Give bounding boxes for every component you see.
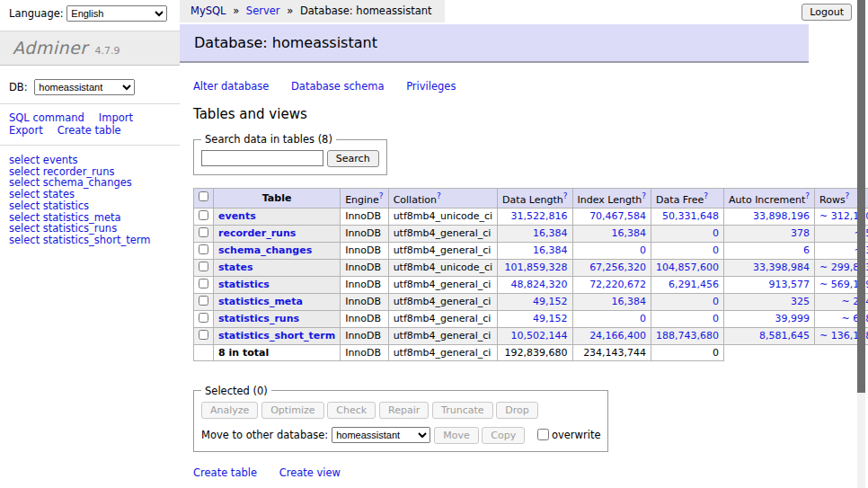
scrollbar-thumb[interactable] <box>857 0 865 393</box>
logout-button[interactable]: Logout <box>802 4 852 21</box>
data-free-link[interactable]: 50,331,648 <box>662 210 719 222</box>
index-length-link[interactable]: 0 <box>640 313 646 324</box>
data-length-link[interactable]: 10,502,144 <box>511 330 568 342</box>
row-checkbox[interactable] <box>199 330 208 340</box>
data-free-link[interactable]: 0 <box>713 313 719 324</box>
data-free-link[interactable]: 104,857,600 <box>656 262 719 273</box>
collation-help-link[interactable]: ? <box>437 191 441 200</box>
rows-help-link[interactable]: ? <box>846 191 850 200</box>
table-link[interactable]: statistics <box>218 279 270 290</box>
select-all-checkbox[interactable] <box>199 191 208 201</box>
index-length-link[interactable]: 0 <box>640 244 646 256</box>
create-view-link[interactable]: Create view <box>279 466 341 479</box>
privileges-link[interactable]: Privileges <box>406 80 456 93</box>
page-title: Database: homeassistant <box>180 24 809 63</box>
data-free-link[interactable]: 188,743,680 <box>656 330 719 342</box>
move-button[interactable]: Move <box>434 427 479 444</box>
row-checkbox[interactable] <box>199 227 208 237</box>
auto-increment-link[interactable]: 33,398,984 <box>753 262 810 273</box>
index-length-link[interactable]: 70,467,584 <box>589 210 646 222</box>
search-legend: Search data in tables (8) <box>201 133 336 146</box>
create-table-link[interactable]: Create table <box>193 466 257 479</box>
auto-increment-link[interactable]: 8,581,645 <box>759 330 810 342</box>
index-length-link[interactable]: 16,384 <box>612 296 647 307</box>
data-length-link[interactable]: 48,824,320 <box>511 279 568 290</box>
data-length-link[interactable]: 101,859,328 <box>505 262 568 273</box>
sidebar-link-export[interactable]: Export <box>9 124 43 137</box>
table-link[interactable]: schema_changes <box>218 244 312 256</box>
breadcrumb-separator: » <box>233 4 239 17</box>
sidebar-item-select-statistics[interactable]: select statistics <box>9 200 180 212</box>
data-free-help-link[interactable]: ? <box>704 191 708 200</box>
database-schema-link[interactable]: Database schema <box>291 80 384 93</box>
sidebar-item-select-statistics-short-term[interactable]: select statistics_short_term <box>9 235 180 246</box>
row-checkbox[interactable] <box>199 313 208 323</box>
breadcrumb-mysql-link[interactable]: MySQL <box>190 4 226 17</box>
sidebar-item-select-events[interactable]: select events <box>9 155 180 166</box>
sidebar-link-create-table[interactable]: Create table <box>58 124 121 137</box>
truncate-button[interactable]: Truncate <box>432 402 492 419</box>
drop-button[interactable]: Drop <box>496 402 537 419</box>
sidebar-link-sql-command[interactable]: SQL command <box>9 111 84 124</box>
alter-database-link[interactable]: Alter database <box>193 80 269 93</box>
vertical-scrollbar[interactable] <box>857 0 865 488</box>
data-free-link[interactable]: 0 <box>713 227 719 239</box>
language-select[interactable]: English <box>66 5 167 22</box>
table-link[interactable]: statistics_short_term <box>218 330 335 342</box>
table-link[interactable]: recorder_runs <box>218 227 296 239</box>
data-length-link[interactable]: 31,522,816 <box>511 210 568 222</box>
overwrite-checkbox[interactable] <box>537 429 549 440</box>
total-data-free: 0 <box>651 344 724 360</box>
row-checkbox[interactable] <box>199 279 208 288</box>
data-length-link[interactable]: 49,152 <box>533 296 568 307</box>
table-link[interactable]: states <box>218 262 253 273</box>
table-row: recorder_runs InnoDB utf8mb4_general_ci … <box>194 225 868 242</box>
row-checkbox[interactable] <box>199 296 208 306</box>
search-button[interactable]: Search <box>327 150 379 167</box>
db-select[interactable]: homeassistant <box>34 79 135 95</box>
tables-list: Table Engine? Collation? Data Length? In… <box>193 188 868 361</box>
auto-increment-link[interactable]: 913,577 <box>769 279 810 290</box>
data-free-link[interactable]: 6,291,456 <box>669 279 719 290</box>
main-content: MySQL » Server » Database: homeassistant… <box>180 0 855 488</box>
index-length-link[interactable]: 72,220,672 <box>589 279 646 290</box>
auto-increment-link[interactable]: 6 <box>803 244 810 256</box>
app-version: 4.7.9 <box>94 45 120 57</box>
auto-increment-link[interactable]: 378 <box>791 227 810 239</box>
data-free-link[interactable]: 0 <box>713 296 719 307</box>
auto-increment-help-link[interactable]: ? <box>805 191 810 200</box>
row-checkbox[interactable] <box>199 262 208 271</box>
table-row: events InnoDB utf8mb4_unicode_ci 31,522,… <box>194 208 868 225</box>
copy-button[interactable]: Copy <box>482 427 525 444</box>
total-label: 8 in total <box>214 344 341 360</box>
move-db-select[interactable]: homeassistant <box>332 427 430 443</box>
optimize-button[interactable]: Optimize <box>261 402 323 419</box>
row-checkbox[interactable] <box>199 210 208 220</box>
auto-increment-link[interactable]: 325 <box>791 296 810 307</box>
row-checkbox[interactable] <box>199 244 208 254</box>
table-link[interactable]: statistics_runs <box>218 313 299 324</box>
sidebar-link-import[interactable]: Import <box>99 111 133 124</box>
data-length-help-link[interactable]: ? <box>563 191 568 200</box>
analyze-button[interactable]: Analyze <box>201 402 258 419</box>
table-link[interactable]: statistics_meta <box>218 296 303 307</box>
column-header-table: Table <box>214 189 341 209</box>
check-button[interactable]: Check <box>327 402 376 419</box>
engine-help-link[interactable]: ? <box>379 191 384 200</box>
search-input[interactable] <box>201 150 323 166</box>
index-length-link[interactable]: 24,166,400 <box>589 330 646 342</box>
data-length-link[interactable]: 16,384 <box>533 244 568 256</box>
auto-increment-link[interactable]: 33,898,196 <box>753 210 810 222</box>
index-length-help-link[interactable]: ? <box>642 191 646 200</box>
data-length-link[interactable]: 49,152 <box>533 313 568 324</box>
index-length-link[interactable]: 16,384 <box>612 227 647 239</box>
sidebar-item-select-states[interactable]: select states <box>9 189 180 200</box>
data-free-link[interactable]: 0 <box>713 244 719 256</box>
repair-button[interactable]: Repair <box>379 402 429 419</box>
index-length-link[interactable]: 67,256,320 <box>589 262 646 273</box>
breadcrumb-server-link[interactable]: Server <box>246 4 280 17</box>
table-link[interactable]: events <box>218 210 256 222</box>
auto-increment-link[interactable]: 39,999 <box>775 313 810 324</box>
data-length-link[interactable]: 16,384 <box>533 227 568 239</box>
column-header-engine: Engine? <box>341 189 388 209</box>
